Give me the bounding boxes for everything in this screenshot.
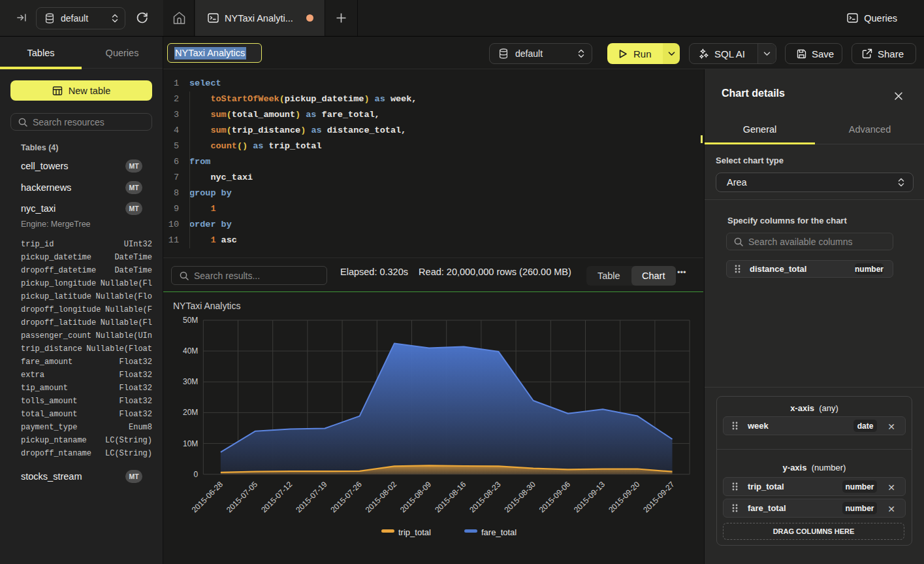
svg-text:2015-08-16: 2015-08-16 [433, 480, 468, 515]
svg-text:2015-07-26: 2015-07-26 [329, 480, 364, 515]
svg-text:NYTaxi Analytics: NYTaxi Analytics [173, 301, 240, 311]
svg-text:2015-08-30: 2015-08-30 [503, 480, 538, 515]
svg-text:50M: 50M [183, 316, 198, 325]
svg-text:0: 0 [194, 470, 199, 479]
svg-text:2015-08-02: 2015-08-02 [364, 480, 399, 515]
svg-text:trip_total: trip_total [398, 527, 431, 537]
svg-text:2015-09-27: 2015-09-27 [641, 480, 677, 515]
svg-text:2015-08-09: 2015-08-09 [398, 480, 434, 515]
svg-text:2015-07-05: 2015-07-05 [225, 480, 260, 515]
svg-text:20M: 20M [183, 408, 198, 417]
svg-text:2015-07-19: 2015-07-19 [294, 480, 329, 515]
svg-text:30M: 30M [183, 377, 198, 386]
svg-text:10M: 10M [183, 439, 198, 448]
svg-text:2015-09-06: 2015-09-06 [537, 480, 573, 515]
svg-text:2015-06-28: 2015-06-28 [190, 480, 225, 515]
svg-text:2015-09-13: 2015-09-13 [572, 480, 607, 515]
svg-text:fare_total: fare_total [481, 527, 517, 537]
svg-text:2015-09-20: 2015-09-20 [607, 480, 642, 515]
svg-text:40M: 40M [183, 346, 198, 356]
svg-text:2015-08-23: 2015-08-23 [468, 480, 503, 515]
svg-text:2015-07-12: 2015-07-12 [259, 480, 295, 515]
